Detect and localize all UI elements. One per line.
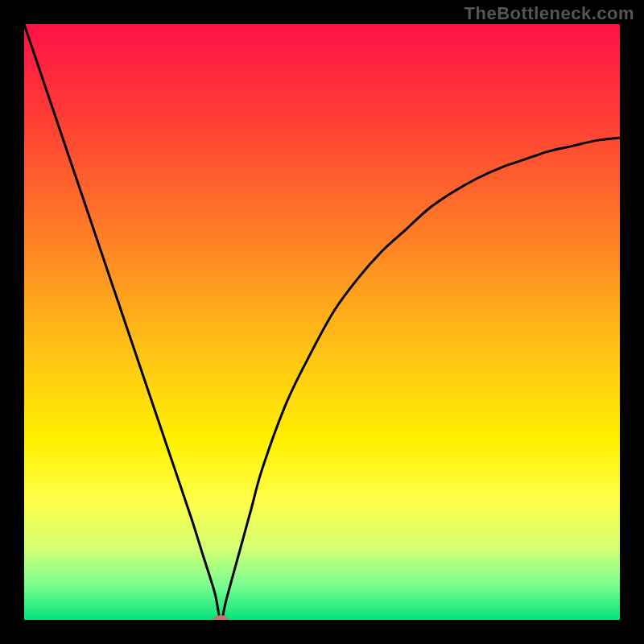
- minimum-marker: [213, 615, 228, 625]
- watermark-text: TheBottleneck.com: [464, 3, 634, 24]
- gradient-background: [24, 24, 620, 620]
- bottleneck-chart: [0, 0, 644, 644]
- chart-frame: { "watermark": "TheBottleneck.com", "cha…: [0, 0, 644, 644]
